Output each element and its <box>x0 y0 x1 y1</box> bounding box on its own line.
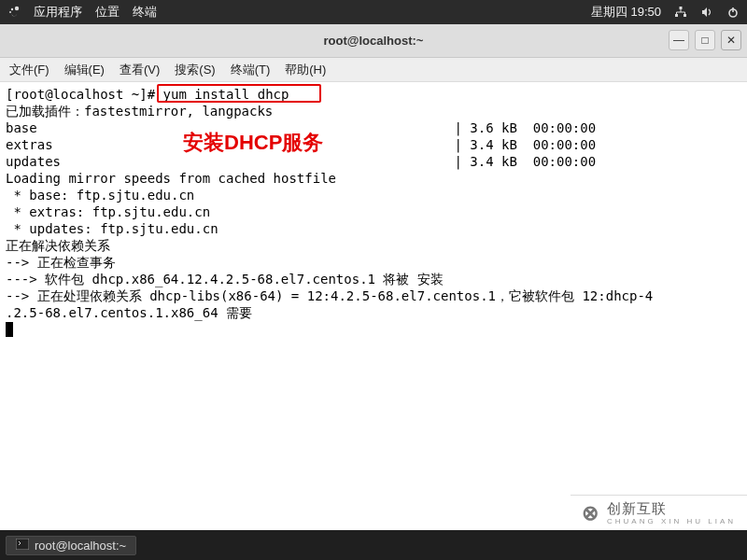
svg-rect-8 <box>16 539 29 550</box>
term-line: * extras: ftp.sjtu.edu.cn <box>6 204 210 219</box>
menu-applications[interactable]: 应用程序 <box>34 4 82 21</box>
terminal-icon <box>16 539 29 553</box>
gnome-taskbar: root@localhost:~ <box>0 530 747 560</box>
term-line: updates | 3.4 kB 00:00:00 <box>6 154 596 169</box>
terminal-menubar: 文件(F) 编辑(E) 查看(V) 搜索(S) 终端(T) 帮助(H) <box>0 58 747 82</box>
term-command: yum install dhcp <box>163 87 289 102</box>
svg-point-1 <box>11 8 13 10</box>
annotation-text: 安装DHCP服务 <box>183 134 323 151</box>
svg-rect-4 <box>675 14 678 17</box>
term-prompt: [root@localhost ~]# <box>6 87 163 102</box>
terminal-window: root@localhost:~ — □ ✕ 文件(F) 编辑(E) 查看(V)… <box>0 24 747 530</box>
menu-places[interactable]: 位置 <box>95 4 120 21</box>
term-line: * base: ftp.sjtu.edu.cn <box>6 188 194 203</box>
menu-terminal[interactable]: 终端(T) <box>231 62 271 78</box>
clock-label[interactable]: 星期四 19:50 <box>591 4 661 21</box>
svg-point-2 <box>9 11 11 13</box>
minimize-button[interactable]: — <box>669 30 689 50</box>
watermark-brand: 创新互联 <box>607 500 667 516</box>
term-line: --> 正在检查事务 <box>6 255 116 270</box>
taskbar-item-label: root@localhost:~ <box>35 539 126 553</box>
taskbar-item-terminal[interactable]: root@localhost:~ <box>6 536 136 555</box>
network-icon[interactable] <box>674 6 687 19</box>
gnome-topbar: 应用程序 位置 终端 星期四 19:50 <box>0 0 747 24</box>
menu-file[interactable]: 文件(F) <box>9 62 49 78</box>
term-line: .2.5-68.el7.centos.1.x86_64 需要 <box>6 305 252 320</box>
watermark: ⊗ 创新互联 CHUANG XIN HU LIAN <box>571 495 747 530</box>
watermark-sub: CHUANG XIN HU LIAN <box>607 518 736 525</box>
window-titlebar: root@localhost:~ — □ ✕ <box>0 24 747 58</box>
menu-view[interactable]: 查看(V) <box>120 62 160 78</box>
power-icon[interactable] <box>726 6 740 19</box>
gnome-logo-icon <box>7 6 21 19</box>
terminal-cursor <box>6 322 13 337</box>
volume-icon[interactable] <box>700 6 713 19</box>
term-line: Loading mirror speeds from cached hostfi… <box>6 171 336 186</box>
menu-edit[interactable]: 编辑(E) <box>64 62 105 78</box>
svg-rect-5 <box>684 14 686 17</box>
menu-terminal[interactable]: 终端 <box>133 4 157 21</box>
menu-help[interactable]: 帮助(H) <box>285 62 326 78</box>
term-line: --> 正在处理依赖关系 dhcp-libs(x86-64) = 12:4.2.… <box>6 288 653 303</box>
svg-rect-3 <box>680 7 683 9</box>
window-title: root@localhost:~ <box>324 34 424 48</box>
watermark-logo-icon: ⊗ <box>582 501 599 525</box>
menu-search[interactable]: 搜索(S) <box>175 62 215 78</box>
term-line: 正在解决依赖关系 <box>6 238 110 253</box>
maximize-button[interactable]: □ <box>695 30 715 50</box>
term-line: * updates: ftp.sjtu.edu.cn <box>6 221 218 236</box>
term-line: ---> 软件包 dhcp.x86_64.12.4.2.5-68.el7.cen… <box>6 272 444 287</box>
svg-point-0 <box>15 7 19 10</box>
close-button[interactable]: ✕ <box>721 30 741 50</box>
term-line: 已加载插件：fastestmirror, langpacks <box>6 104 273 119</box>
terminal-viewport[interactable]: [root@localhost ~]# yum install dhcp 已加载… <box>0 82 747 530</box>
